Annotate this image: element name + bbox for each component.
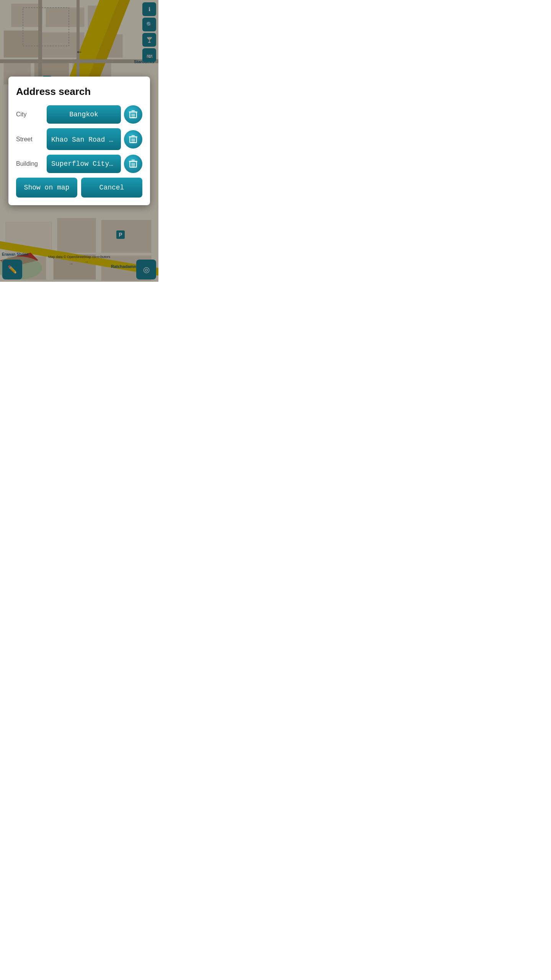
delete-city-button[interactable] — [124, 105, 142, 124]
modal-overlay: Address search City Bangkok Street — [0, 0, 158, 282]
street-field-row: Street Khao San Road (เข... — [16, 128, 142, 150]
building-field-row: Building Superflow City... — [16, 155, 142, 173]
street-label: Street — [16, 136, 44, 143]
delete-building-button[interactable] — [124, 155, 142, 173]
city-value-button[interactable]: Bangkok — [47, 105, 121, 124]
svg-point-54 — [133, 142, 134, 143]
building-value-button[interactable]: Superflow City... — [47, 155, 121, 173]
action-buttons-row: Show on map Cancel — [16, 178, 142, 198]
trash-icon — [128, 159, 138, 169]
city-field-row: City Bangkok — [16, 105, 142, 124]
trash-icon — [128, 134, 138, 144]
trash-icon — [128, 109, 138, 119]
svg-point-62 — [133, 167, 134, 168]
modal-title: Address search — [16, 86, 142, 98]
delete-street-button[interactable] — [124, 130, 142, 149]
svg-point-46 — [133, 118, 134, 118]
address-search-modal: Address search City Bangkok Street — [8, 77, 150, 205]
building-label: Building — [16, 160, 44, 167]
city-label: City — [16, 111, 44, 118]
show-on-map-button[interactable]: Show on map — [16, 178, 77, 198]
street-value-button[interactable]: Khao San Road (เข... — [47, 128, 121, 150]
cancel-button[interactable]: Cancel — [81, 178, 142, 198]
